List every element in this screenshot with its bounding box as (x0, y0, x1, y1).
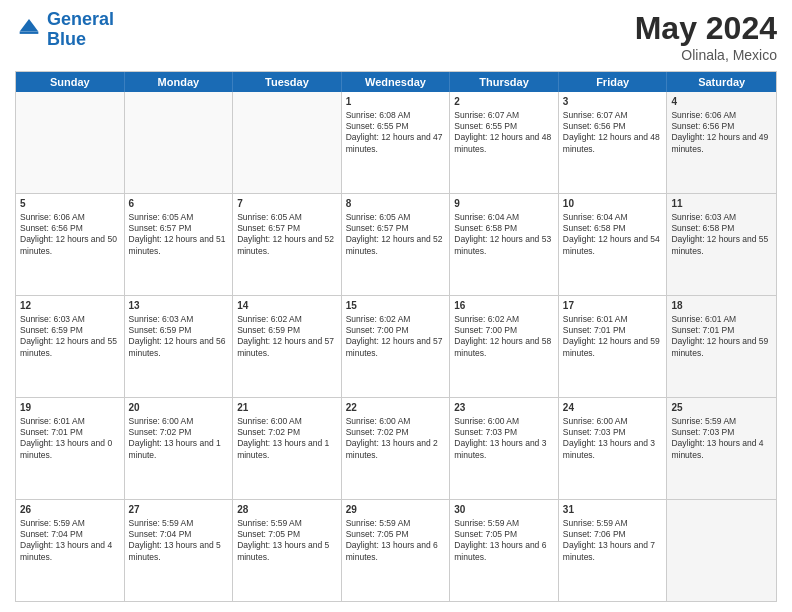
day-info-line: Sunrise: 6:08 AM (346, 110, 446, 121)
calendar-day-11: 11Sunrise: 6:03 AMSunset: 6:58 PMDayligh… (667, 194, 776, 295)
day-info-line: Daylight: 12 hours and 50 minutes. (20, 234, 120, 257)
calendar-day-empty (125, 92, 234, 193)
calendar-day-26: 26Sunrise: 5:59 AMSunset: 7:04 PMDayligh… (16, 500, 125, 601)
day-info-line: Sunset: 6:56 PM (20, 223, 120, 234)
day-number: 18 (671, 299, 772, 313)
day-info-line: Sunset: 6:55 PM (346, 121, 446, 132)
day-info-line: Sunrise: 6:05 AM (346, 212, 446, 223)
day-number: 3 (563, 95, 663, 109)
day-info-line: Daylight: 12 hours and 59 minutes. (671, 336, 772, 359)
day-info-line: Daylight: 13 hours and 3 minutes. (563, 438, 663, 461)
page: General Blue May 2024 Olinala, Mexico Su… (0, 0, 792, 612)
day-info-line: Sunrise: 5:59 AM (346, 518, 446, 529)
day-info-line: Sunset: 6:57 PM (237, 223, 337, 234)
day-number: 27 (129, 503, 229, 517)
day-info-line: Sunrise: 6:01 AM (671, 314, 772, 325)
day-info-line: Daylight: 12 hours and 51 minutes. (129, 234, 229, 257)
day-number: 26 (20, 503, 120, 517)
header-day-saturday: Saturday (667, 72, 776, 92)
day-info-line: Daylight: 13 hours and 6 minutes. (346, 540, 446, 563)
day-number: 16 (454, 299, 554, 313)
day-info-line: Sunset: 7:04 PM (20, 529, 120, 540)
day-number: 7 (237, 197, 337, 211)
day-info-line: Sunrise: 6:03 AM (129, 314, 229, 325)
calendar-row-5: 26Sunrise: 5:59 AMSunset: 7:04 PMDayligh… (16, 500, 776, 601)
calendar-row-4: 19Sunrise: 6:01 AMSunset: 7:01 PMDayligh… (16, 398, 776, 500)
calendar-day-empty (667, 500, 776, 601)
day-info-line: Daylight: 13 hours and 7 minutes. (563, 540, 663, 563)
day-info-line: Daylight: 12 hours and 48 minutes. (454, 132, 554, 155)
day-info-line: Sunrise: 6:00 AM (129, 416, 229, 427)
day-info-line: Sunset: 7:04 PM (129, 529, 229, 540)
day-info-line: Sunset: 7:00 PM (454, 325, 554, 336)
calendar-day-8: 8Sunrise: 6:05 AMSunset: 6:57 PMDaylight… (342, 194, 451, 295)
day-info-line: Sunrise: 6:03 AM (671, 212, 772, 223)
calendar-day-17: 17Sunrise: 6:01 AMSunset: 7:01 PMDayligh… (559, 296, 668, 397)
day-info-line: Daylight: 13 hours and 1 minutes. (237, 438, 337, 461)
day-info-line: Daylight: 12 hours and 57 minutes. (237, 336, 337, 359)
day-info-line: Sunrise: 5:59 AM (20, 518, 120, 529)
day-info-line: Sunrise: 6:00 AM (237, 416, 337, 427)
calendar-day-empty (233, 92, 342, 193)
day-info-line: Daylight: 13 hours and 0 minutes. (20, 438, 120, 461)
day-info-line: Daylight: 13 hours and 4 minutes. (671, 438, 772, 461)
calendar-day-4: 4Sunrise: 6:06 AMSunset: 6:56 PMDaylight… (667, 92, 776, 193)
day-number: 5 (20, 197, 120, 211)
day-number: 15 (346, 299, 446, 313)
day-info-line: Sunrise: 6:01 AM (563, 314, 663, 325)
title-block: May 2024 Olinala, Mexico (635, 10, 777, 63)
day-info-line: Daylight: 12 hours and 49 minutes. (671, 132, 772, 155)
svg-rect-1 (20, 31, 39, 33)
day-info-line: Sunset: 7:06 PM (563, 529, 663, 540)
calendar-day-7: 7Sunrise: 6:05 AMSunset: 6:57 PMDaylight… (233, 194, 342, 295)
calendar-day-19: 19Sunrise: 6:01 AMSunset: 7:01 PMDayligh… (16, 398, 125, 499)
day-info-line: Sunrise: 6:06 AM (20, 212, 120, 223)
day-info-line: Sunrise: 5:59 AM (129, 518, 229, 529)
day-number: 24 (563, 401, 663, 415)
day-info-line: Sunset: 7:03 PM (454, 427, 554, 438)
day-info-line: Sunrise: 6:04 AM (454, 212, 554, 223)
day-info-line: Sunset: 6:57 PM (346, 223, 446, 234)
day-info-line: Sunset: 7:01 PM (671, 325, 772, 336)
calendar-row-1: 1Sunrise: 6:08 AMSunset: 6:55 PMDaylight… (16, 92, 776, 194)
day-number: 25 (671, 401, 772, 415)
day-info-line: Daylight: 12 hours and 54 minutes. (563, 234, 663, 257)
day-info-line: Daylight: 13 hours and 3 minutes. (454, 438, 554, 461)
day-info-line: Sunset: 7:01 PM (20, 427, 120, 438)
day-number: 29 (346, 503, 446, 517)
day-info-line: Sunset: 7:00 PM (346, 325, 446, 336)
calendar-day-3: 3Sunrise: 6:07 AMSunset: 6:56 PMDaylight… (559, 92, 668, 193)
logo-text: General Blue (47, 10, 114, 50)
calendar-day-31: 31Sunrise: 5:59 AMSunset: 7:06 PMDayligh… (559, 500, 668, 601)
day-info-line: Sunrise: 6:07 AM (454, 110, 554, 121)
calendar-header: SundayMondayTuesdayWednesdayThursdayFrid… (16, 72, 776, 92)
header: General Blue May 2024 Olinala, Mexico (15, 10, 777, 63)
day-number: 4 (671, 95, 772, 109)
day-info-line: Daylight: 12 hours and 48 minutes. (563, 132, 663, 155)
day-info-line: Sunset: 6:55 PM (454, 121, 554, 132)
day-number: 31 (563, 503, 663, 517)
header-day-monday: Monday (125, 72, 234, 92)
calendar-day-21: 21Sunrise: 6:00 AMSunset: 7:02 PMDayligh… (233, 398, 342, 499)
day-info-line: Daylight: 12 hours and 58 minutes. (454, 336, 554, 359)
calendar-day-20: 20Sunrise: 6:00 AMSunset: 7:02 PMDayligh… (125, 398, 234, 499)
calendar-day-27: 27Sunrise: 5:59 AMSunset: 7:04 PMDayligh… (125, 500, 234, 601)
day-info-line: Daylight: 13 hours and 1 minute. (129, 438, 229, 461)
day-info-line: Daylight: 12 hours and 52 minutes. (346, 234, 446, 257)
day-info-line: Sunrise: 6:02 AM (237, 314, 337, 325)
day-info-line: Sunset: 6:57 PM (129, 223, 229, 234)
day-info-line: Daylight: 12 hours and 47 minutes. (346, 132, 446, 155)
calendar-day-30: 30Sunrise: 5:59 AMSunset: 7:05 PMDayligh… (450, 500, 559, 601)
calendar-day-1: 1Sunrise: 6:08 AMSunset: 6:55 PMDaylight… (342, 92, 451, 193)
calendar-day-12: 12Sunrise: 6:03 AMSunset: 6:59 PMDayligh… (16, 296, 125, 397)
day-info-line: Daylight: 13 hours and 2 minutes. (346, 438, 446, 461)
day-info-line: Sunset: 7:02 PM (237, 427, 337, 438)
day-number: 11 (671, 197, 772, 211)
day-info-line: Sunrise: 6:02 AM (454, 314, 554, 325)
day-info-line: Daylight: 13 hours and 5 minutes. (237, 540, 337, 563)
calendar-day-24: 24Sunrise: 6:00 AMSunset: 7:03 PMDayligh… (559, 398, 668, 499)
day-number: 1 (346, 95, 446, 109)
day-info-line: Sunset: 7:02 PM (346, 427, 446, 438)
day-info-line: Sunset: 6:58 PM (563, 223, 663, 234)
day-info-line: Sunset: 7:01 PM (563, 325, 663, 336)
